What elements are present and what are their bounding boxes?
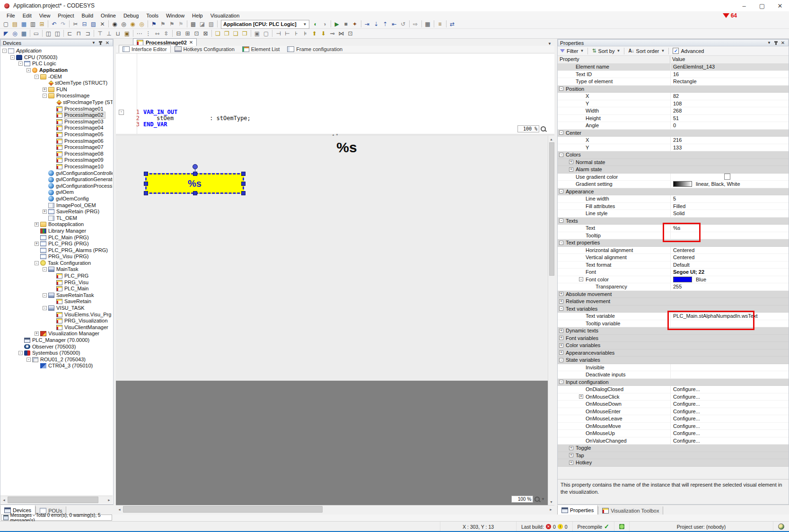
toolbar-icon[interactable] (108, 20, 109, 27)
property-row[interactable]: + Relative movement (558, 298, 789, 305)
property-expander[interactable] (569, 182, 573, 186)
property-expander[interactable] (569, 174, 573, 179)
tree-expander[interactable] (51, 126, 55, 130)
property-row[interactable]: Y 133 (558, 144, 789, 152)
tree-expander[interactable] (35, 235, 39, 240)
property-expander[interactable]: - (559, 87, 563, 91)
canvas-zoom-level[interactable]: 100 % (511, 496, 533, 503)
resize-handle-s[interactable] (193, 191, 197, 195)
property-expander[interactable] (579, 424, 583, 428)
property-value-cell[interactable]: Centered (670, 247, 789, 254)
tree-item[interactable]: ProcessImage07 (0, 144, 113, 151)
property-row[interactable]: Transparency 255 (558, 283, 789, 291)
reset-size-icon[interactable]: ⊠ (201, 30, 210, 38)
property-value-cell[interactable]: Configure... (670, 430, 789, 437)
tree-expander[interactable] (35, 248, 39, 253)
chevron-down-icon[interactable]: ▼ (616, 49, 620, 53)
advanced-checkbox[interactable]: ✓ (673, 48, 679, 54)
print-icon[interactable]: ▥ (28, 20, 37, 28)
tree-item[interactable]: - ROU01_2 (705043) (0, 357, 113, 363)
toolbar-icon[interactable] (187, 20, 187, 27)
menu-item[interactable]: Debug (120, 12, 142, 19)
property-expander[interactable]: + (569, 167, 573, 172)
property-value-cell[interactable]: GenElemInst_143 (670, 63, 789, 70)
property-expander[interactable] (579, 204, 583, 208)
zoom-select-icon[interactable]: ◎ (10, 30, 19, 38)
property-row[interactable]: Text format Default (558, 262, 789, 269)
tree-item[interactable]: PLC_Main (PRG) (0, 234, 113, 241)
property-expander[interactable] (579, 373, 583, 377)
pin-icon[interactable] (100, 41, 101, 45)
pointer-icon[interactable]: ◤ (1, 30, 10, 38)
tab-properties[interactable]: Properties (557, 505, 598, 515)
rotation-handle[interactable] (193, 164, 198, 169)
tree-item[interactable]: - VISU_TASK (0, 305, 113, 312)
property-row[interactable]: Line style Solid (558, 210, 789, 218)
toolbar-icon[interactable] (251, 30, 251, 37)
tree-item[interactable]: PLC_PRG_Alarms (PRG) (0, 247, 113, 253)
property-row[interactable]: X 82 (558, 93, 789, 100)
tree-expander[interactable]: - (35, 75, 39, 79)
tree-expander[interactable] (51, 132, 55, 137)
property-expander[interactable] (589, 285, 593, 289)
tree-item[interactable]: gvlConfigurationGenerator (0, 176, 113, 183)
interface-editor-code[interactable]: - 1 VAR_IN_OUT 2 stOem : stOemType; 3 EN… (116, 53, 554, 134)
column-header-value[interactable]: Value (670, 56, 687, 63)
toolbar-icon[interactable] (69, 20, 70, 27)
property-expander[interactable]: + (559, 299, 563, 304)
active-application-combo[interactable]: Application [CPU: PLC Logic] ▼ (221, 20, 309, 29)
sort-by-button[interactable]: Sort by (598, 48, 615, 54)
property-value-cell[interactable]: 108 (670, 100, 789, 107)
property-row[interactable]: - Appearance (558, 188, 789, 196)
tree-item[interactable]: ProcessImage05 (0, 131, 113, 138)
property-value-cell[interactable] (670, 159, 789, 166)
tree-item[interactable]: - Systembus (705000) (0, 350, 113, 357)
property-expander[interactable]: - (559, 241, 563, 245)
property-row[interactable]: Line width 5 (558, 195, 789, 203)
build-icon[interactable]: ▩ (189, 20, 198, 28)
move-down-icon[interactable]: ⬇ (319, 30, 328, 38)
property-row[interactable]: + OnMouseClick Configure... (558, 393, 789, 401)
toolbar-icon[interactable] (148, 20, 148, 27)
resize-handle-e[interactable] (241, 182, 245, 186)
tree-item[interactable]: Library Manager (0, 228, 113, 235)
link-icon[interactable]: ⊸ (328, 30, 337, 38)
scroll-thumb[interactable] (8, 497, 98, 503)
property-row[interactable]: + Font variables (558, 335, 789, 342)
property-value-cell[interactable]: linear, Black, White (670, 181, 789, 188)
tree-expander[interactable] (43, 197, 47, 201)
property-value-cell[interactable] (670, 188, 789, 195)
property-expander[interactable] (579, 409, 583, 413)
property-row[interactable]: OnMouseLeave Configure... (558, 415, 789, 423)
property-row[interactable]: Angle 0 (558, 122, 789, 130)
toolbar-icon[interactable] (42, 30, 43, 37)
property-expander[interactable] (579, 138, 583, 142)
menu-item[interactable]: Tools (142, 12, 162, 19)
tree-item[interactable]: stOemType (STRUCT) (0, 80, 113, 87)
tree-expander[interactable] (51, 107, 55, 111)
filter-button[interactable]: Filter (567, 48, 578, 54)
scroll-left-icon[interactable]: ◄ (0, 497, 8, 503)
element-table-icon[interactable]: ▦ (19, 30, 28, 38)
property-value-cell[interactable] (670, 452, 789, 459)
tree-expander[interactable] (51, 325, 55, 330)
tree-item[interactable]: - Task Configuration (0, 260, 113, 267)
tree-expander[interactable]: + (35, 242, 39, 246)
property-value-cell[interactable] (670, 459, 789, 466)
tree-expander[interactable] (51, 299, 55, 304)
tree-item[interactable]: ImagePool_OEM (0, 202, 113, 209)
property-value-cell[interactable]: 268 (670, 107, 789, 114)
property-value-cell[interactable]: Segoe UI; 22 (670, 269, 789, 276)
toolbar-icon[interactable] (30, 30, 30, 37)
nudge-left-icon[interactable]: ⊣ (274, 30, 283, 38)
space-h-icon[interactable]: ⇿ (153, 30, 162, 38)
editor-zoom-level[interactable]: 100 % (517, 125, 539, 132)
toolbar-icon[interactable] (48, 20, 48, 27)
resize-handle-n[interactable] (193, 172, 197, 176)
property-row[interactable]: Type of element Rectangle (558, 78, 789, 86)
canvas-horizontal-scrollbar[interactable]: ◄ ► (116, 505, 554, 513)
column-header-property[interactable]: Property (558, 56, 670, 63)
tree-expander[interactable]: - (10, 55, 15, 60)
property-value-cell[interactable] (670, 298, 789, 305)
forward-one-icon[interactable]: ❑ (231, 30, 240, 38)
